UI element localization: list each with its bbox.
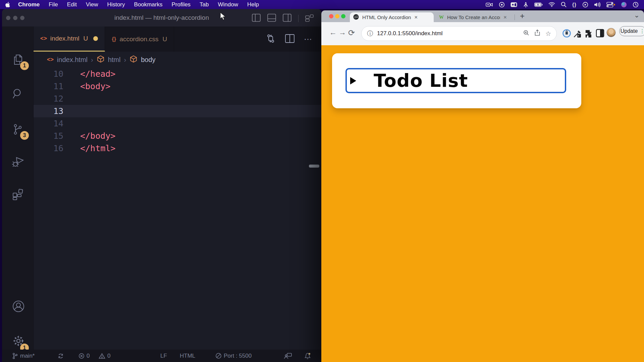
- warnings-status[interactable]: 0: [99, 350, 110, 362]
- braces-icon[interactable]: {}: [572, 2, 577, 7]
- chrome-minimize-button[interactable]: [335, 14, 339, 18]
- rocket-icon[interactable]: [523, 2, 529, 8]
- wifi-icon[interactable]: [548, 2, 555, 7]
- unsaved-dot-icon[interactable]: [93, 36, 98, 41]
- accordion-marker-icon: [350, 77, 356, 84]
- errors-status[interactable]: 0: [78, 350, 90, 362]
- forward-button[interactable]: →: [339, 28, 346, 37]
- code-line: 14: [34, 117, 321, 130]
- browser-tab-inactive[interactable]: W How To Create an Accordion ×: [436, 12, 510, 22]
- more-actions-icon[interactable]: ⋯: [304, 35, 313, 44]
- tab-accordion-css[interactable]: {} accordion.css U: [105, 26, 174, 52]
- breadcrumb-html[interactable]: html: [108, 56, 121, 64]
- toggle-panel-icon[interactable]: [267, 14, 276, 23]
- record-icon[interactable]: [499, 2, 505, 8]
- menu-help[interactable]: Help: [247, 1, 259, 8]
- vscode-window: index.html — html-only-accordion <> inde…: [2, 9, 321, 362]
- html-file-icon: <>: [47, 56, 54, 63]
- customize-layout-icon[interactable]: [305, 14, 314, 23]
- live-server-port-status[interactable]: Port : 5500: [215, 350, 252, 362]
- bookmark-star-icon[interactable]: ☆: [545, 30, 551, 38]
- siri-icon[interactable]: [621, 2, 627, 8]
- toggle-primary-sidebar-icon[interactable]: [252, 14, 261, 23]
- play-circle-icon[interactable]: [582, 2, 588, 8]
- css-file-icon: {}: [112, 36, 116, 43]
- clock-icon[interactable]: [633, 2, 639, 8]
- open-changes-icon[interactable]: [266, 34, 276, 45]
- share-icon[interactable]: [535, 29, 540, 38]
- breadcrumb-body[interactable]: body: [141, 56, 155, 64]
- breadcrumb-separator: ›: [91, 56, 93, 64]
- search-sidebar-icon[interactable]: [12, 88, 24, 101]
- back-button[interactable]: ←: [329, 28, 337, 37]
- tab-close-icon[interactable]: ×: [503, 14, 507, 21]
- html-file-icon: <>: [40, 35, 47, 42]
- language-mode-status[interactable]: HTML: [180, 350, 195, 362]
- menu-edit[interactable]: Edit: [67, 1, 77, 8]
- battery-charging-icon[interactable]: [534, 2, 543, 7]
- tab-close-icon[interactable]: ×: [414, 14, 418, 21]
- account-icon[interactable]: [12, 300, 25, 314]
- code-line: 16</html>: [34, 142, 321, 155]
- chrome-close-button[interactable]: [329, 14, 333, 18]
- menu-view[interactable]: View: [86, 1, 98, 8]
- url-text[interactable]: 127.0.0.1:5500/index.html: [377, 30, 523, 37]
- accordion-summary[interactable]: Todo List: [345, 68, 566, 93]
- tab-label: accordion.css: [119, 36, 158, 43]
- chrome-zoom-button[interactable]: [341, 14, 345, 18]
- menu-file[interactable]: File: [49, 1, 58, 8]
- switches-icon[interactable]: [606, 2, 615, 7]
- code-line: 10</head>: [34, 68, 321, 80]
- address-bar[interactable]: ⓘ 127.0.0.1:5500/index.html ☆: [361, 26, 557, 41]
- vscode-activity-bar: 1 3 1: [2, 26, 34, 350]
- chrome-toolbar: ← → ⟳ ⓘ 127.0.0.1:5500/index.html ☆ Upda…: [321, 22, 644, 45]
- git-status-untracked: U: [163, 36, 167, 43]
- screen-record-icon[interactable]: [486, 2, 493, 7]
- dark-mode-extension-icon[interactable]: [596, 29, 604, 39]
- menu-tab[interactable]: Tab: [200, 1, 209, 8]
- git-branch-status[interactable]: main*: [12, 350, 35, 362]
- zoom-page-icon[interactable]: [523, 30, 529, 38]
- new-tab-button[interactable]: +: [520, 11, 525, 21]
- chrome-update-button[interactable]: Update ⋮: [619, 26, 644, 36]
- volume-icon[interactable]: [594, 2, 601, 7]
- reload-button[interactable]: ⟳: [348, 28, 355, 38]
- run-debug-icon[interactable]: [12, 156, 24, 169]
- menu-history[interactable]: History: [107, 1, 125, 8]
- breadcrumb-file[interactable]: index.html: [57, 56, 88, 64]
- tab-title: HTML Only Accordion: [362, 14, 411, 20]
- split-editor-icon[interactable]: [285, 34, 294, 44]
- vscode-title-bar[interactable]: index.html — html-only-accordion: [2, 9, 321, 26]
- cube-icon: [97, 55, 105, 65]
- menu-window[interactable]: Window: [218, 1, 238, 8]
- menu-chrome[interactable]: Chrome: [18, 1, 40, 8]
- camera-icon[interactable]: [511, 2, 517, 7]
- code-line-active: 13: [34, 105, 321, 117]
- search-icon[interactable]: [561, 2, 567, 7]
- accordion-title: Todo List: [374, 70, 468, 91]
- tab-index-html[interactable]: <> index.html U: [34, 26, 105, 52]
- extensions-icon[interactable]: [12, 188, 24, 201]
- site-info-icon[interactable]: ⓘ: [367, 29, 373, 38]
- source-control-badge: 3: [20, 131, 29, 140]
- explorer-badge: 1: [20, 61, 29, 70]
- scrollbar-handle[interactable]: [309, 165, 319, 168]
- toggle-secondary-sidebar-icon[interactable]: [283, 14, 291, 23]
- extensions-puzzle-icon[interactable]: [584, 29, 593, 39]
- eol-status[interactable]: LF: [160, 350, 167, 362]
- code-line: 12: [34, 93, 321, 105]
- notifications-bell-icon[interactable]: [304, 350, 311, 362]
- apple-menu-icon[interactable]: [5, 2, 11, 8]
- code-editor[interactable]: 10</head> 11<body> 12 13 14 15</body> 16…: [34, 68, 321, 350]
- privacy-extension-icon[interactable]: [562, 29, 571, 39]
- profile-avatar[interactable]: [606, 28, 616, 37]
- menu-profiles[interactable]: Profiles: [171, 1, 191, 8]
- browser-tab-active[interactable]: HTML Only Accordion ×: [350, 12, 434, 22]
- colorzilla-eyedropper-icon[interactable]: [573, 29, 582, 40]
- sync-icon[interactable]: [58, 350, 64, 362]
- menu-bookmarks[interactable]: Bookmarks: [134, 1, 162, 8]
- browser-menu-kebab-icon[interactable]: ⋮: [640, 28, 644, 34]
- feedback-icon[interactable]: [284, 350, 292, 362]
- page-favicon-globe-icon: [353, 14, 359, 21]
- tab-strip-chevron-icon[interactable]: ⌄: [634, 11, 640, 19]
